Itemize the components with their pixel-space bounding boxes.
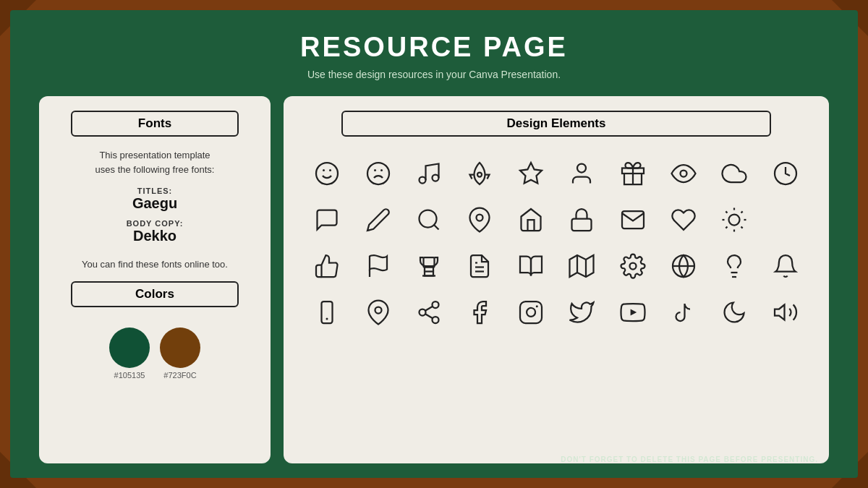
icon-grid <box>304 153 809 333</box>
svg-point-44 <box>375 307 381 314</box>
fonts-online-text: You can find these fonts online too. <box>82 259 228 270</box>
icon-mail <box>609 199 655 241</box>
svg-point-37 <box>629 263 636 270</box>
icon-rocket <box>456 153 503 194</box>
right-card: Design Elements <box>284 96 829 463</box>
icon-home <box>508 199 554 241</box>
svg-point-17 <box>477 215 483 221</box>
design-elements-label: Design Elements <box>341 111 770 137</box>
icon-sun <box>711 199 757 241</box>
icon-facebook <box>456 291 503 333</box>
swatch-brown-label: #723F0C <box>163 371 196 380</box>
icon-moon <box>711 291 757 333</box>
icon-gift <box>609 153 655 194</box>
icon-twitter <box>558 291 605 333</box>
swatch-green-label: #105135 <box>114 371 145 380</box>
icon-clock <box>762 153 809 194</box>
icon-location <box>354 291 401 333</box>
icon-tiktok <box>660 291 707 333</box>
icon-globe <box>660 245 707 287</box>
svg-rect-18 <box>572 219 592 231</box>
icon-heart <box>660 199 707 241</box>
page-subtitle: Use these design resources in your Canva… <box>307 69 561 80</box>
icon-pencil <box>354 199 401 241</box>
icon-phone <box>304 291 350 333</box>
svg-line-22 <box>726 211 728 213</box>
color-swatches: #105135 #723F0C <box>109 328 200 380</box>
footer-note: DON'T FORGET TO DELETE THIS PAGE BEFORE … <box>561 455 818 463</box>
icon-lock <box>558 199 605 241</box>
svg-point-0 <box>316 163 338 184</box>
left-card: Fonts This presentation template uses th… <box>39 96 271 463</box>
title-font-label: TITLES: <box>132 187 177 195</box>
icon-music <box>406 153 452 194</box>
svg-marker-52 <box>630 309 637 315</box>
svg-line-23 <box>741 227 743 228</box>
svg-line-27 <box>741 211 743 213</box>
icon-pin <box>456 199 503 241</box>
svg-line-48 <box>425 314 433 318</box>
svg-point-7 <box>432 175 438 181</box>
icon-youtube <box>609 291 655 333</box>
icon-thumbsup <box>304 245 350 287</box>
icon-settings <box>609 245 655 287</box>
icon-trophy <box>406 245 452 287</box>
icon-bell <box>762 245 809 287</box>
svg-rect-50 <box>520 301 542 323</box>
icon-sad <box>354 153 401 194</box>
svg-point-15 <box>419 210 436 228</box>
swatch-brown: #723F0C <box>160 328 200 380</box>
icon-document <box>456 245 503 287</box>
fonts-label: Fonts <box>71 111 238 137</box>
fonts-description: This presentation template uses the foll… <box>95 148 215 176</box>
icon-eye <box>660 153 707 194</box>
svg-line-26 <box>726 227 728 228</box>
outer-border: RESOURCE PAGE Use these design resources… <box>0 0 868 488</box>
icon-bulb <box>711 245 757 287</box>
swatch-green: #105135 <box>109 328 150 380</box>
svg-point-13 <box>680 171 686 177</box>
icon-megaphone <box>762 291 809 333</box>
icon-star <box>508 153 554 194</box>
icon-instagram <box>508 291 554 333</box>
colors-label: Colors <box>71 281 238 307</box>
svg-point-46 <box>419 309 425 316</box>
svg-point-10 <box>577 164 586 173</box>
svg-line-49 <box>425 307 433 311</box>
main-background: RESOURCE PAGE Use these design resources… <box>10 10 858 478</box>
body-font-entry: BODY COPY: Dekko <box>127 219 184 244</box>
colors-section: Colors #105135 #723F0C <box>56 281 253 380</box>
icon-placeholder <box>762 199 809 241</box>
svg-marker-34 <box>570 255 594 277</box>
svg-point-8 <box>477 173 482 177</box>
icon-person <box>558 153 605 194</box>
icon-chat <box>304 199 350 241</box>
body-font-label: BODY COPY: <box>127 219 184 228</box>
page-title: RESOURCE PAGE <box>300 32 568 63</box>
svg-point-6 <box>419 177 425 184</box>
title-font-entry: TITLES: Gaegu <box>132 187 177 212</box>
svg-line-16 <box>434 225 439 230</box>
svg-point-19 <box>729 215 740 226</box>
cards-row: Fonts This presentation template uses th… <box>39 96 829 463</box>
svg-point-3 <box>367 163 389 184</box>
icon-smiley <box>304 153 350 194</box>
icon-flag <box>354 245 401 287</box>
svg-point-47 <box>432 317 438 323</box>
swatch-brown-circle <box>160 328 200 368</box>
swatch-green-circle <box>109 328 150 368</box>
icon-search <box>406 199 452 241</box>
svg-marker-9 <box>520 163 542 184</box>
icon-map <box>558 245 605 287</box>
svg-point-45 <box>432 301 438 308</box>
icon-share <box>406 291 452 333</box>
title-font-name: Gaegu <box>132 195 177 212</box>
icon-cloud <box>711 153 757 194</box>
body-font-name: Dekko <box>127 228 184 244</box>
icon-book <box>508 245 554 287</box>
